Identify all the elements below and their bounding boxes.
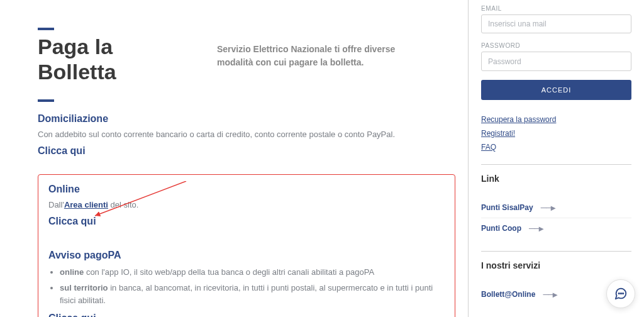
page-intro: Servizio Elettrico Nazionale ti offre di… — [217, 43, 412, 69]
sidebar-link-section: Link Punti SisalPay ──▸ Punti Coop ──▸ — [481, 164, 631, 238]
sidebar: EMAIL PASSWORD ACCEDI Recupera la passwo… — [468, 0, 644, 317]
pagopa-b1-rest: con l'app IO, il sito web/app della tua … — [84, 267, 374, 277]
chat-button[interactable] — [606, 279, 635, 308]
quicklink-sisalpay[interactable]: Punti SisalPay ──▸ — [481, 197, 631, 218]
email-field[interactable] — [481, 14, 631, 33]
pagopa-b2-bold: sul territorio — [60, 283, 108, 292]
arrow-right-icon: ──▸ — [543, 289, 556, 299]
domiciliazione-cta[interactable]: Clicca qui — [38, 145, 86, 156]
arrow-right-icon: ──▸ — [529, 223, 542, 233]
quicklink-bolletta-label: Bollett@Online — [481, 290, 535, 299]
auth-links: Recupera la password Registrati! FAQ — [481, 115, 631, 152]
faq-link[interactable]: FAQ — [481, 143, 631, 152]
password-label: PASSWORD — [481, 42, 631, 49]
domiciliazione-text: Con addebito sul conto corrente bancario… — [38, 128, 455, 142]
pagopa-list: online con l'app IO, il sito web/app del… — [60, 266, 445, 308]
login-button[interactable]: ACCEDI — [481, 80, 631, 100]
pagopa-b1-bold: online — [60, 267, 84, 277]
area-clienti-link[interactable]: Area clienti — [64, 200, 108, 209]
online-text-post: del sito. — [108, 200, 138, 209]
quicklink-coop[interactable]: Punti Coop ──▸ — [481, 218, 631, 238]
online-cta[interactable]: Clicca qui — [48, 216, 96, 226]
online-text-pre: Dall' — [48, 200, 64, 209]
quicklink-coop-label: Punti Coop — [481, 224, 521, 233]
section-heading-domiciliazione: Domiciliazione — [38, 113, 455, 125]
quicklink-sisalpay-label: Punti SisalPay — [481, 203, 533, 212]
page-title-line1: Paga la — [38, 35, 113, 58]
annotation-highlight-box: Online Dall'Area clienti del sito. Clicc… — [38, 174, 455, 317]
pagopa-bullet-1: online con l'app IO, il sito web/app del… — [60, 266, 445, 279]
svg-point-4 — [623, 293, 623, 294]
email-label: EMAIL — [481, 5, 631, 12]
svg-point-3 — [621, 293, 621, 294]
main-content: Paga la Bolletta Servizio Elettrico Nazi… — [0, 0, 468, 317]
title-accent-line-bottom — [38, 99, 54, 102]
online-text: Dall'Area clienti del sito. — [48, 199, 445, 212]
chat-icon — [614, 287, 628, 301]
password-field[interactable] — [481, 52, 631, 70]
sidebar-services-heading: I nostri servizi — [481, 260, 631, 270]
pagopa-cta[interactable]: Clicca qui — [48, 313, 96, 317]
page-title-line2: Bolletta — [38, 60, 116, 84]
arrow-right-icon: ──▸ — [541, 203, 554, 213]
section-heading-online: Online — [48, 184, 445, 195]
title-accent-line — [38, 28, 54, 30]
section-heading-pagopa: Avviso pagoPA — [48, 250, 445, 261]
svg-point-2 — [619, 293, 619, 294]
pagopa-b2-rest: in banca, al bancomat, in ricevitoria, i… — [60, 283, 433, 306]
sidebar-link-heading: Link — [481, 174, 631, 184]
pagopa-bullet-2: sul territorio in banca, al bancomat, in… — [60, 282, 445, 308]
recover-password-link[interactable]: Recupera la password — [481, 115, 631, 124]
register-link[interactable]: Registrati! — [481, 129, 631, 138]
